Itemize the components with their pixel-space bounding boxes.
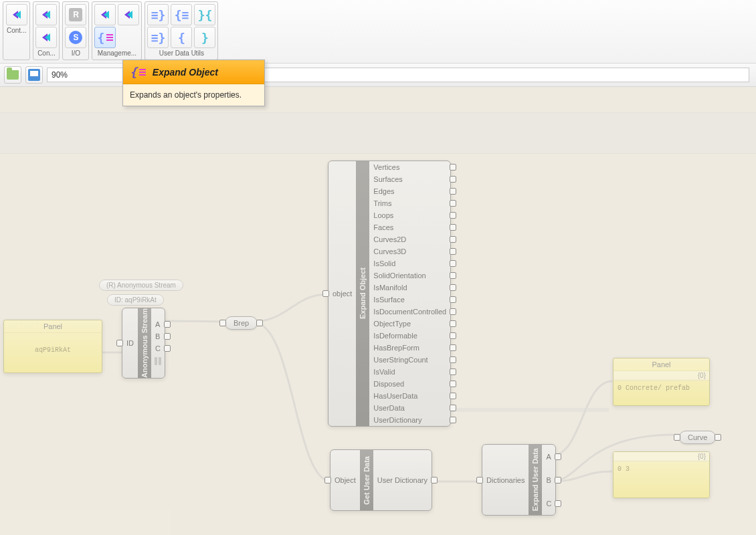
stream-remote-tag: (R) Anonymous Stream bbox=[99, 280, 183, 291]
port-c[interactable]: C bbox=[151, 342, 165, 354]
brace-icon: { bbox=[178, 31, 185, 45]
node-anonymous-stream[interactable]: ID Anonymous Stream A B C bbox=[122, 308, 165, 379]
panel-title: Panel bbox=[4, 320, 102, 333]
panel-body: aqP9iRkAt bbox=[4, 333, 102, 358]
port-loops[interactable]: Loops bbox=[369, 209, 450, 221]
brace-icon: }{ bbox=[198, 8, 213, 22]
expand-object-icon: { bbox=[98, 31, 114, 45]
port-trims[interactable]: Trims bbox=[369, 197, 450, 209]
ribbon-btn-e4[interactable]: ≡} bbox=[147, 27, 169, 48]
brace-icon: {≡ bbox=[175, 8, 189, 22]
panel-right-top[interactable]: Panel {0} 0 Concrete/ prefab bbox=[613, 358, 710, 406]
ribbon-toolbar: Cont... Con... R S I/O bbox=[0, 0, 756, 64]
port-hasuserdata[interactable]: HasUserData bbox=[369, 390, 450, 402]
ribbon-btn-c2[interactable]: S bbox=[65, 27, 86, 48]
port-isdeformable[interactable]: IsDeformable bbox=[369, 330, 450, 342]
ribbon-btn-b2[interactable] bbox=[35, 27, 57, 48]
port-curves3d[interactable]: Curves3D bbox=[369, 245, 450, 257]
panel-path: {0} bbox=[613, 371, 709, 381]
folder-open-icon bbox=[7, 70, 19, 80]
pause-icon[interactable] bbox=[151, 354, 165, 368]
ribbon-group-label: Cont... bbox=[5, 25, 27, 35]
panel-path: {0} bbox=[613, 452, 709, 461]
ribbon-group-contexts: Cont... bbox=[3, 1, 30, 60]
ribbon-group-label: Con... bbox=[36, 48, 57, 58]
ribbon-group-label: User Data Utils bbox=[158, 48, 205, 58]
ribbon-btn-d1[interactable] bbox=[94, 4, 116, 25]
ribbon-btn-e1[interactable]: ≡} bbox=[147, 4, 169, 25]
port-solidorientation[interactable]: SolidOrientation bbox=[369, 270, 450, 282]
panel-left[interactable]: Panel aqP9iRkAt bbox=[3, 320, 102, 373]
canvas[interactable]: (R) Anonymous Stream ID: aqP9iRkAt Panel… bbox=[0, 87, 756, 535]
port-surfaces[interactable]: Surfaces bbox=[369, 173, 450, 185]
port-object[interactable]: Object bbox=[330, 450, 360, 510]
open-button[interactable] bbox=[4, 66, 21, 84]
ribbon-btn-e2[interactable]: {≡ bbox=[171, 4, 192, 25]
node-title: Anonymous Stream bbox=[140, 308, 149, 378]
port-ismanifold[interactable]: IsManifold bbox=[369, 282, 450, 294]
ribbon-btn-c1[interactable]: R bbox=[65, 4, 86, 25]
ribbon-btn-e5[interactable]: { bbox=[171, 27, 192, 48]
node-title: Get User Data bbox=[363, 456, 371, 505]
port-user-dictionary[interactable]: User Dictionary bbox=[373, 450, 432, 510]
port-isvalid[interactable]: IsValid bbox=[369, 366, 450, 378]
port-objecttype[interactable]: ObjectType bbox=[369, 318, 450, 330]
ribbon-group-management: { Manageme... bbox=[92, 1, 142, 60]
ribbon-group-label: Manageme... bbox=[96, 48, 138, 58]
port-c[interactable]: C bbox=[542, 492, 555, 515]
port-id[interactable]: ID bbox=[122, 337, 138, 349]
node-title: Expand Object bbox=[359, 268, 367, 319]
port-isdocumentcontrolled[interactable]: IsDocumentControlled bbox=[369, 306, 450, 318]
port-b[interactable]: B bbox=[542, 468, 555, 492]
ribbon-group-userdata: ≡} {≡ }{ ≡} { } User Data Utils bbox=[145, 1, 218, 60]
brace-icon: ≡} bbox=[151, 8, 166, 22]
port-a[interactable]: A bbox=[542, 445, 555, 468]
ribbon-btn-e3[interactable]: }{ bbox=[194, 4, 215, 25]
port-curves2d[interactable]: Curves2D bbox=[369, 233, 450, 245]
node-expand-object[interactable]: object Expand Object VerticesSurfacesEdg… bbox=[328, 160, 451, 427]
param-curve[interactable]: Curve bbox=[679, 431, 716, 444]
node-title: Expand User Data bbox=[531, 448, 539, 511]
secondary-toolbar bbox=[0, 64, 756, 87]
receiver-icon: R bbox=[69, 8, 82, 21]
brace-icon: ≡} bbox=[151, 31, 166, 45]
port-a[interactable]: A bbox=[151, 318, 165, 330]
ribbon-group-label: I/O bbox=[70, 48, 82, 58]
port-hasbrepform[interactable]: HasBrepForm bbox=[369, 342, 450, 354]
port-userstringcount[interactable]: UserStringCount bbox=[369, 354, 450, 366]
sender-icon: S bbox=[69, 31, 82, 44]
node-expand-user-data[interactable]: Dictionaries Expand User Data A B C bbox=[482, 444, 556, 516]
port-edges[interactable]: Edges bbox=[369, 185, 450, 197]
ribbon-btn-e6[interactable]: } bbox=[194, 27, 215, 48]
save-button[interactable] bbox=[25, 66, 43, 84]
ribbon-btn-a1[interactable] bbox=[6, 4, 27, 25]
panel-body: 0 3 bbox=[613, 461, 709, 477]
port-object[interactable]: object bbox=[328, 288, 356, 300]
ribbon-group-io: R S I/O bbox=[62, 1, 89, 60]
port-userdata[interactable]: UserData bbox=[369, 402, 450, 414]
port-b[interactable]: B bbox=[151, 330, 165, 342]
expand-object-icon: { bbox=[130, 65, 146, 79]
port-userdictionary[interactable]: UserDictionary bbox=[369, 414, 450, 426]
tooltip-title: Expand Object bbox=[153, 67, 218, 78]
panel-right-bottom[interactable]: {0} 0 3 bbox=[613, 451, 710, 498]
tooltip-body: Expands an object's properties. bbox=[123, 84, 264, 106]
brace-icon: } bbox=[201, 31, 209, 45]
node-get-user-data[interactable]: Object Get User Data User Dictionary bbox=[330, 449, 432, 511]
ribbon-btn-expand-object[interactable]: { bbox=[94, 27, 116, 48]
panel-title: Panel bbox=[613, 358, 709, 371]
port-vertices[interactable]: Vertices bbox=[369, 161, 450, 173]
save-icon bbox=[28, 69, 40, 81]
stream-id-tag: ID: aqP9iRkAt bbox=[107, 294, 164, 306]
ribbon-btn-b1[interactable] bbox=[35, 4, 57, 25]
ribbon-btn-d2[interactable] bbox=[118, 4, 139, 25]
tooltip-expand-object: { Expand Object Expands an object's prop… bbox=[122, 60, 265, 106]
port-issurface[interactable]: IsSurface bbox=[369, 294, 450, 306]
port-issolid[interactable]: IsSolid bbox=[369, 257, 450, 270]
port-faces[interactable]: Faces bbox=[369, 221, 450, 233]
port-disposed[interactable]: Disposed bbox=[369, 378, 450, 390]
ribbon-group-con: Con... bbox=[33, 1, 60, 60]
panel-body: 0 Concrete/ prefab bbox=[613, 381, 709, 396]
param-brep[interactable]: Brep bbox=[225, 316, 258, 330]
port-dictionaries[interactable]: Dictionaries bbox=[482, 445, 529, 515]
